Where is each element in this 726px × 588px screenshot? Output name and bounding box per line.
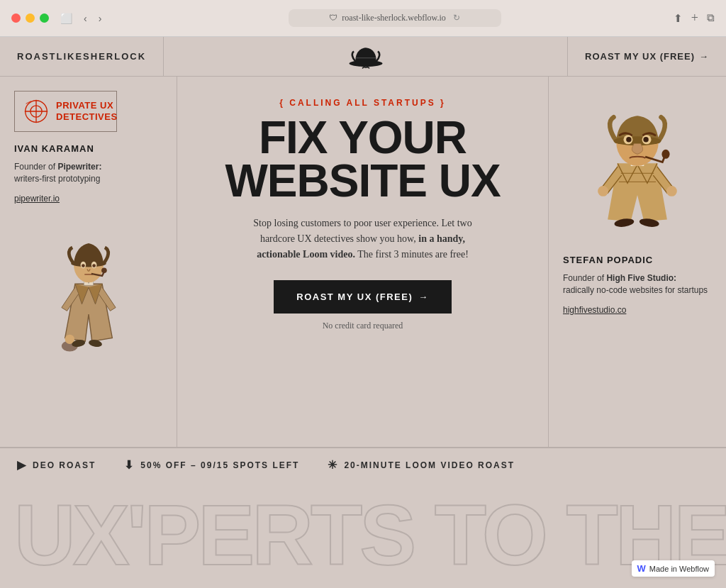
nav-controls: ⬜ ‹ › bbox=[57, 11, 104, 26]
svg-point-12 bbox=[82, 264, 85, 267]
sherlock-hat-icon bbox=[347, 43, 384, 71]
right-person-link[interactable]: highfivestudio.co bbox=[563, 305, 712, 315]
ticker-text-1: DEO ROAST bbox=[33, 460, 96, 470]
share-icon[interactable]: ⬆ bbox=[674, 12, 683, 25]
right-detective-container bbox=[563, 91, 712, 243]
crosshair-icon bbox=[23, 99, 49, 124]
navbar: ROASTLIKESHERLOCK ROAST MY UX (FREE) → bbox=[0, 37, 726, 77]
down-icon: ⬇ bbox=[124, 458, 135, 472]
svg-point-28 bbox=[666, 186, 677, 196]
hero-subtext: Stop losing customers to poor user exper… bbox=[242, 216, 484, 263]
left-person-name: IVAN KARAMAN bbox=[14, 143, 162, 154]
left-person-title: Founder of Pipewriter: writers-first pro… bbox=[14, 161, 162, 185]
star-icon: ✳ bbox=[328, 458, 338, 472]
play-icon: ▶ bbox=[17, 458, 27, 472]
browser-content: ROASTLIKESHERLOCK ROAST MY UX (FREE) → bbox=[0, 37, 726, 588]
url-text: roast-like-sherlock.webflow.io bbox=[342, 13, 446, 23]
svg-point-25 bbox=[643, 137, 648, 142]
ticker-bar: ▶ DEO ROAST ⬇ 50% OFF – 09/15 SPOTS LEFT… bbox=[0, 448, 726, 482]
left-person-link[interactable]: pipewriter.io bbox=[14, 194, 162, 204]
badge-text: PRIVATE UX DETECTIVES bbox=[56, 100, 118, 122]
ticker-item-1: ▶ DEO ROAST bbox=[17, 458, 96, 472]
detective-left-illustration bbox=[39, 216, 138, 358]
close-button[interactable] bbox=[11, 13, 21, 23]
maximize-button[interactable] bbox=[40, 13, 49, 23]
right-person-title: Founder of High Five Studio: radically n… bbox=[563, 272, 712, 296]
security-icon: 🛡 bbox=[329, 13, 337, 23]
webflow-logo: W bbox=[637, 563, 646, 574]
new-tab-icon[interactable]: + bbox=[691, 11, 698, 26]
traffic-lights bbox=[11, 13, 49, 23]
center-column: { CALLING ALL STARTUPS } FIX YOUR WEBSIT… bbox=[177, 77, 549, 447]
navbar-center bbox=[164, 43, 567, 71]
forward-button[interactable]: › bbox=[96, 11, 105, 26]
nav-cta-button[interactable]: ROAST MY UX (FREE) → bbox=[567, 37, 726, 76]
minimize-button[interactable] bbox=[26, 13, 35, 23]
address-bar: 🛡 roast-like-sherlock.webflow.io ↻ bbox=[116, 9, 674, 27]
browser-chrome: ⬜ ‹ › 🛡 roast-like-sherlock.webflow.io ↻… bbox=[0, 0, 726, 37]
tabs-icon[interactable]: ⧉ bbox=[707, 12, 715, 24]
back-button[interactable]: ‹ bbox=[81, 11, 90, 26]
svg-point-14 bbox=[101, 267, 107, 273]
ticker-text-2: 50% OFF – 09/15 SPOTS LEFT bbox=[140, 460, 299, 470]
right-column: STEFAN POPADIC Founder of High Five Stud… bbox=[549, 77, 726, 447]
brand-name[interactable]: ROASTLIKESHERLOCK bbox=[0, 37, 164, 76]
main-headline: FIX YOUR WEBSITE UX bbox=[225, 116, 500, 203]
left-detective-figure bbox=[14, 216, 162, 358]
ticker-item-3: ✳ 20-MINUTE LOOM VIDEO ROAST bbox=[328, 458, 515, 472]
svg-point-13 bbox=[92, 264, 96, 267]
right-person-name: STEFAN POPADIC bbox=[563, 255, 712, 265]
cta-arrow-icon: → bbox=[418, 292, 429, 302]
sidebar-toggle-button[interactable]: ⬜ bbox=[57, 11, 75, 26]
svg-point-9 bbox=[71, 260, 106, 267]
big-text-section: UX'PERTS TO THE bbox=[0, 482, 726, 588]
hero-cta-button[interactable]: ROAST MY UX (FREE) → bbox=[274, 280, 452, 314]
svg-point-26 bbox=[661, 150, 669, 159]
address-pill[interactable]: 🛡 roast-like-sherlock.webflow.io ↻ bbox=[289, 9, 501, 27]
no-credit-card-text: No credit card requared bbox=[323, 321, 403, 331]
ticker-item-2: ⬇ 50% OFF – 09/15 SPOTS LEFT bbox=[124, 458, 299, 472]
reload-icon: ↻ bbox=[453, 13, 460, 23]
detective-badge: PRIVATE UX DETECTIVES bbox=[14, 91, 117, 132]
svg-point-24 bbox=[626, 137, 631, 142]
left-column: PRIVATE UX DETECTIVES IVAN KARAMAN Found… bbox=[0, 77, 177, 447]
right-detective-illustration bbox=[566, 91, 708, 233]
ticker-text-3: 20-MINUTE LOOM VIDEO ROAST bbox=[344, 460, 515, 470]
calling-tag: { CALLING ALL STARTUPS } bbox=[279, 98, 445, 108]
main-layout: PRIVATE UX DETECTIVES IVAN KARAMAN Found… bbox=[0, 77, 726, 448]
big-outline-text: UX'PERTS TO THE bbox=[14, 492, 726, 577]
svg-point-27 bbox=[598, 186, 608, 196]
window-actions: ⬆ + ⧉ bbox=[674, 11, 715, 26]
webflow-badge[interactable]: W Made in Webflow bbox=[632, 560, 715, 577]
webflow-badge-text: Made in Webflow bbox=[649, 565, 709, 573]
arrow-icon: → bbox=[699, 51, 709, 62]
